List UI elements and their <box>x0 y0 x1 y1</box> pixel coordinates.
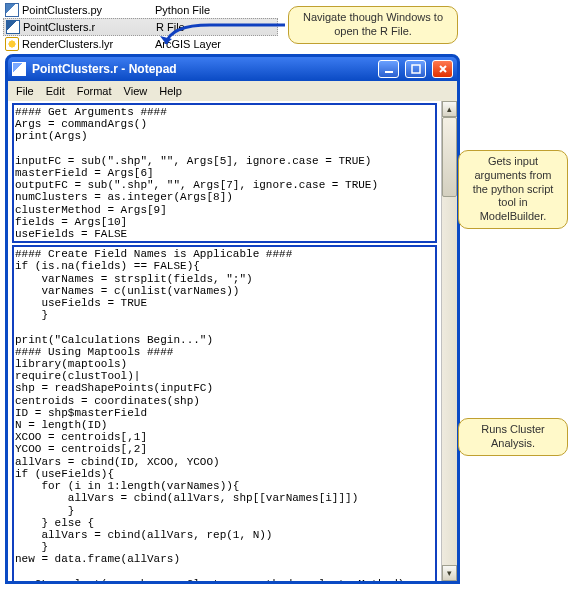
file-name: RenderClusters.lyr <box>22 38 152 50</box>
file-name: PointClusters.r <box>23 21 153 33</box>
minimize-button[interactable] <box>378 60 399 78</box>
menu-view[interactable]: View <box>124 85 148 97</box>
arrow-icon <box>160 22 290 52</box>
callout-navigate: Navigate though Windows to open the R Fi… <box>288 6 458 44</box>
r-file-icon <box>6 20 20 34</box>
code-block-cluster: #### Create Field Names is Applicable ##… <box>12 245 437 581</box>
notepad-icon <box>12 62 26 76</box>
titlebar[interactable]: PointClusters.r - Notepad <box>8 57 457 81</box>
svg-rect-0 <box>385 71 393 73</box>
chevron-down-icon: ▾ <box>447 568 452 578</box>
svg-rect-1 <box>412 65 420 73</box>
chevron-up-icon: ▴ <box>447 104 452 114</box>
code-text: #### Create Field Names is Applicable ##… <box>15 248 434 581</box>
minimize-icon <box>384 64 394 74</box>
scroll-thumb[interactable] <box>442 117 457 197</box>
editor-body: #### Get Arguments #### Args = commandAr… <box>8 101 457 581</box>
code-text: #### Get Arguments #### Args = commandAr… <box>15 106 434 240</box>
python-file-icon <box>5 3 19 17</box>
file-type: Python File <box>155 4 210 16</box>
scroll-up-button[interactable]: ▴ <box>442 101 457 117</box>
scroll-track[interactable] <box>442 197 457 565</box>
file-name: PointClusters.py <box>22 4 152 16</box>
code-block-arguments: #### Get Arguments #### Args = commandAr… <box>12 103 437 243</box>
window-title: PointClusters.r - Notepad <box>32 62 177 76</box>
callout-cluster: Runs Cluster Analysis. <box>458 418 568 456</box>
text-area[interactable]: #### Get Arguments #### Args = commandAr… <box>8 101 441 581</box>
menu-file[interactable]: File <box>16 85 34 97</box>
layer-file-icon <box>5 37 19 51</box>
close-icon <box>438 64 448 74</box>
close-button[interactable] <box>432 60 453 78</box>
menu-format[interactable]: Format <box>77 85 112 97</box>
maximize-icon <box>411 64 421 74</box>
menu-help[interactable]: Help <box>159 85 182 97</box>
menubar: File Edit Format View Help <box>8 81 457 101</box>
vertical-scrollbar[interactable]: ▴ ▾ <box>441 101 457 581</box>
file-row[interactable]: PointClusters.py Python File <box>3 2 278 18</box>
notepad-window: PointClusters.r - Notepad File Edit Form… <box>5 54 460 584</box>
maximize-button[interactable] <box>405 60 426 78</box>
callout-arguments: Gets input arguments from the python scr… <box>458 150 568 229</box>
scroll-down-button[interactable]: ▾ <box>442 565 457 581</box>
menu-edit[interactable]: Edit <box>46 85 65 97</box>
